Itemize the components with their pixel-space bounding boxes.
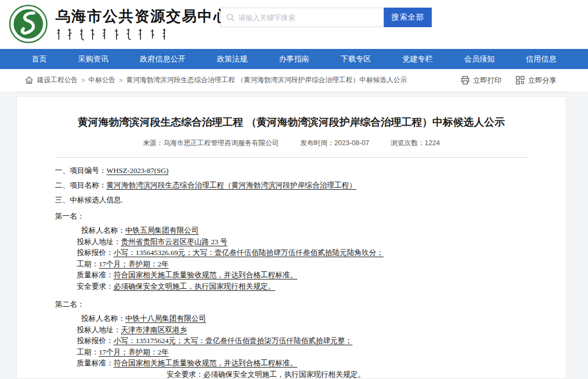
nav-item-guide[interactable]: 办事指南 <box>279 54 309 64</box>
project-number-value: WHSZ-2023-87(SG) <box>107 166 169 175</box>
share-button[interactable]: 立即分享 <box>516 76 556 85</box>
nav-item-policies[interactable]: 政策法规 <box>217 54 248 64</box>
candidate-block-1: 第一名： 投标人名称：中铁五局集团有限公司 投标人地址：贵州省贵阳市云岩区枣山路… <box>55 210 528 292</box>
search-area: 搜索全部 <box>220 8 432 27</box>
candidate-price-line: 投标报价：小写：135175624元；大写：壹亿叁仟伍佰壹拾柒万伍仟陆佰贰拾肆元… <box>77 335 528 347</box>
project-number-line: 一、项目编号：WHSZ-2023-87(SG) <box>55 163 528 178</box>
candidate-name-value: 中铁十八局集团有限公司 <box>125 314 206 322</box>
meta-source: 来源：乌海市思正工程管理咨询服务有限公司 <box>143 139 279 147</box>
meta-views: 浏览次数：1224 <box>391 139 440 147</box>
breadcrumb-separator: > <box>81 77 85 84</box>
site-logo-icon <box>9 4 48 44</box>
candidate-safety-line: 安全要求：必须确保安全文明施工，执行国家现行相关规定。 <box>77 281 528 293</box>
candidate-name-value: 中铁五局集团有限公司 <box>125 226 199 234</box>
breadcrumb-item-construction-notices[interactable]: 建设工程公告 <box>37 76 78 85</box>
breadcrumb-item-current-page: 黄河海勃湾滨河段生态综合治理工程 （黄河海勃湾滨河段护岸综合治理工程）中标候选人… <box>126 76 407 85</box>
nav-item-member-notice[interactable]: 会员须知 <box>464 54 495 64</box>
candidate-price-line: 投标报价：小写：135645326.69元；大写：壹亿叁仟伍佰陆拾肆万伍仟叁佰贰… <box>77 247 528 259</box>
qr-code-icon <box>516 76 525 85</box>
candidates-heading: 三、中标候选人信息. <box>55 192 528 207</box>
page-tools: 立即打印 立即分享 <box>461 76 556 85</box>
project-name-value: 黄河海勃湾滨河段生态综合治理工程（黄河海勃湾滨河段护岸综合治理工程） <box>107 181 357 189</box>
candidate-address-line: 投标人地址：天津市津南区双港乡 <box>77 325 528 336</box>
nav-item-downloads[interactable]: 下载专区 <box>341 54 371 64</box>
search-all-button[interactable]: 搜索全部 <box>384 8 432 27</box>
breadcrumb-item-award-notices[interactable]: 中标公告 <box>88 76 115 85</box>
breadcrumb-bar: 建设工程公告 > 中标公告 > 黄河海勃湾滨河段生态综合治理工程 （黄河海勃湾滨… <box>0 69 588 91</box>
candidate-quality-line: 质量标准：符合国家相关施工质量验收规范，并达到合格工程标准。 <box>77 358 528 369</box>
nav-item-credit-info[interactable]: 信用信息 <box>526 54 556 64</box>
candidate-name-line: 投标人名称：中铁五局集团有限公司 <box>77 225 528 237</box>
print-label: 立即打印 <box>473 76 501 85</box>
candidate-address-value: 贵州省贵阳市云岩区枣山路 23 号 <box>121 238 228 246</box>
share-label: 立即分享 <box>528 76 556 85</box>
announcement-card: 黄河海勃湾滨河段生态综合治理工程 （黄河海勃湾滨河段护岸综合治理工程）中标候选人… <box>16 96 566 379</box>
site-name: 乌海市公共资源交易中心 <box>56 7 229 26</box>
divider <box>16 92 566 92</box>
site-header: 乌海市公共资源交易中心 搜索全部 <box>0 0 588 49</box>
page-title: 黄河海勃湾滨河段生态综合治理工程 （黄河海勃湾滨河段护岸综合治理工程）中标候选人… <box>17 115 566 129</box>
candidate-duration-line: 工期：17个月；养护期：2年 <box>77 259 528 270</box>
candidate-safety-value: 必须确保安全文明施工，执行国家现行相关规定。 <box>114 282 275 290</box>
breadcrumb-separator: > <box>119 77 122 84</box>
meta-publish-date: 发布时间：2023-08-07 <box>301 139 369 147</box>
article-body: 一、项目编号：WHSZ-2023-87(SG) 二、项目名称：黄河海勃湾滨河段生… <box>55 163 528 379</box>
nav-item-party-building[interactable]: 党建专栏 <box>402 54 433 64</box>
printer-icon <box>461 76 470 85</box>
candidate-rank: 第一名： <box>55 210 528 223</box>
project-name-line: 二、项目名称：黄河海勃湾滨河段生态综合治理工程（黄河海勃湾滨河段护岸综合治理工程… <box>55 178 528 192</box>
candidate-duration-line: 工期：17个月；养护期：2年 <box>77 347 528 358</box>
brand-block: 乌海市公共资源交易中心 <box>56 7 229 43</box>
main-nav: 首页 采购资讯 政府信息公开 政策法规 办事指南 下载专区 党建专栏 会员须知 … <box>0 49 588 69</box>
candidate-address-value: 天津市津南区双港乡 <box>121 326 187 334</box>
candidate-price-value: 小写：135645326.69元；大写：壹亿叁仟伍佰陆拾肆万伍仟叁佰贰拾陆元陆角… <box>114 248 384 257</box>
article-meta: 来源：乌海市思正工程管理咨询服务有限公司 发布时间：2023-08-07 浏览次… <box>17 139 566 148</box>
candidate-address-line: 投标人地址：贵州省贵阳市云岩区枣山路 23 号 <box>77 237 528 248</box>
divider <box>55 157 528 158</box>
candidate-rank: 第二名： <box>55 298 528 311</box>
nav-item-home[interactable]: 首页 <box>32 54 47 64</box>
search-input[interactable] <box>220 8 384 27</box>
breadcrumb: 建设工程公告 > 中标公告 > 黄河海勃湾滨河段生态综合治理工程 （黄河海勃湾滨… <box>24 76 407 85</box>
candidate-block-2: 第二名： 投标人名称：中铁十八局集团有限公司 投标人地址：天津市津南区双港乡 投… <box>55 298 528 379</box>
candidate-name-line: 投标人名称：中铁十八局集团有限公司 <box>77 313 528 325</box>
candidate-price-value: 小写：135175624元；大写：壹亿叁仟伍佰壹拾柒万伍仟陆佰贰拾肆元整； <box>114 337 353 345</box>
candidate-duration-value: 17个月；养护期：2年 <box>99 260 169 268</box>
nav-item-gov-info[interactable]: 政府信息公开 <box>140 54 186 64</box>
search-icon <box>226 13 235 22</box>
candidate-duration-value: 17个月；养护期：2年 <box>99 348 169 356</box>
candidate-safety-line: 安全要求：必须确保安全文明施工，执行国家现行相关规定。 <box>167 369 528 379</box>
home-icon <box>24 76 34 85</box>
candidate-quality-value: 符合国家相关施工质量验收规范，并达到合格工程标准。 <box>114 271 298 279</box>
candidate-quality-line: 质量标准：符合国家相关施工质量验收规范，并达到合格工程标准。 <box>77 270 528 281</box>
print-button[interactable]: 立即打印 <box>461 76 501 85</box>
mongolian-script <box>56 28 186 41</box>
candidate-quality-value: 符合国家相关施工质量验收规范，并达到合格工程标准。 <box>114 359 298 367</box>
nav-item-procurement-news[interactable]: 采购资讯 <box>78 54 109 64</box>
candidate-safety-value: 必须确保安全文明施工，执行国家现行相关规定。 <box>204 370 365 378</box>
